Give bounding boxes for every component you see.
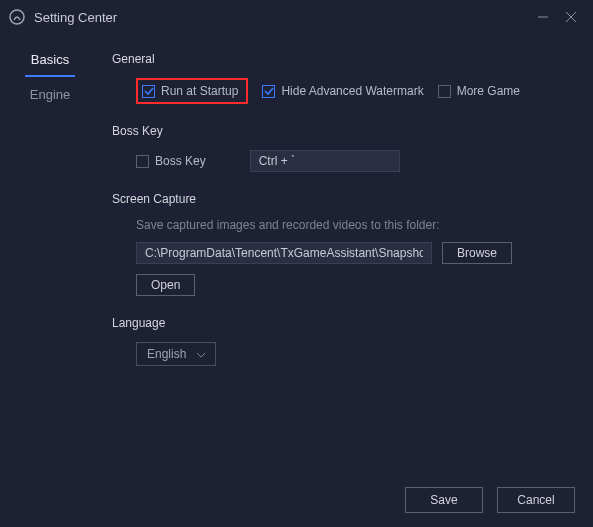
screencapture-caption: Save captured images and recorded videos… — [136, 218, 575, 232]
checkbox-box-icon — [142, 85, 155, 98]
close-icon — [566, 12, 576, 22]
window-title: Setting Center — [34, 10, 117, 25]
main-panel: General Run at Startup Hide Advanced Wat… — [100, 34, 593, 527]
app-logo-icon — [8, 8, 26, 26]
checkbox-box-icon — [438, 85, 451, 98]
section-title-bosskey: Boss Key — [112, 124, 575, 138]
checkbox-box-icon — [136, 155, 149, 168]
sidebar: Basics Engine — [0, 34, 100, 527]
sidebar-item-label: Basics — [31, 52, 69, 67]
checkbox-label: Run at Startup — [161, 84, 238, 98]
checkbox-label: Boss Key — [155, 154, 206, 168]
checkbox-box-icon — [262, 85, 275, 98]
close-button[interactable] — [557, 3, 585, 31]
open-button[interactable]: Open — [136, 274, 195, 296]
section-general: General Run at Startup Hide Advanced Wat… — [112, 52, 575, 104]
checkbox-bosskey[interactable]: Boss Key — [136, 154, 206, 168]
section-title-screencapture: Screen Capture — [112, 192, 575, 206]
screencapture-path-input[interactable] — [136, 242, 432, 264]
section-title-language: Language — [112, 316, 575, 330]
footer: Save Cancel — [405, 487, 575, 513]
sidebar-item-label: Engine — [30, 87, 70, 102]
checkbox-more-game[interactable]: More Game — [438, 84, 520, 98]
bosskey-shortcut-input[interactable] — [250, 150, 400, 172]
section-language: Language English — [112, 316, 575, 366]
minimize-icon — [538, 12, 548, 22]
checkbox-run-at-startup[interactable]: Run at Startup — [142, 84, 238, 98]
checkbox-hide-watermark[interactable]: Hide Advanced Watermark — [262, 84, 423, 98]
titlebar: Setting Center — [0, 0, 593, 34]
section-bosskey: Boss Key Boss Key — [112, 124, 575, 172]
checkbox-label: More Game — [457, 84, 520, 98]
section-title-general: General — [112, 52, 575, 66]
minimize-button[interactable] — [529, 3, 557, 31]
browse-button[interactable]: Browse — [442, 242, 512, 264]
checkbox-label: Hide Advanced Watermark — [281, 84, 423, 98]
chevron-down-icon — [197, 347, 205, 361]
sidebar-item-basics[interactable]: Basics — [25, 44, 75, 77]
cancel-button[interactable]: Cancel — [497, 487, 575, 513]
section-screencapture: Screen Capture Save captured images and … — [112, 192, 575, 296]
save-button[interactable]: Save — [405, 487, 483, 513]
highlight-run-at-startup: Run at Startup — [136, 78, 248, 104]
sidebar-item-engine[interactable]: Engine — [0, 77, 100, 112]
language-selected-value: English — [147, 347, 186, 361]
language-select[interactable]: English — [136, 342, 216, 366]
